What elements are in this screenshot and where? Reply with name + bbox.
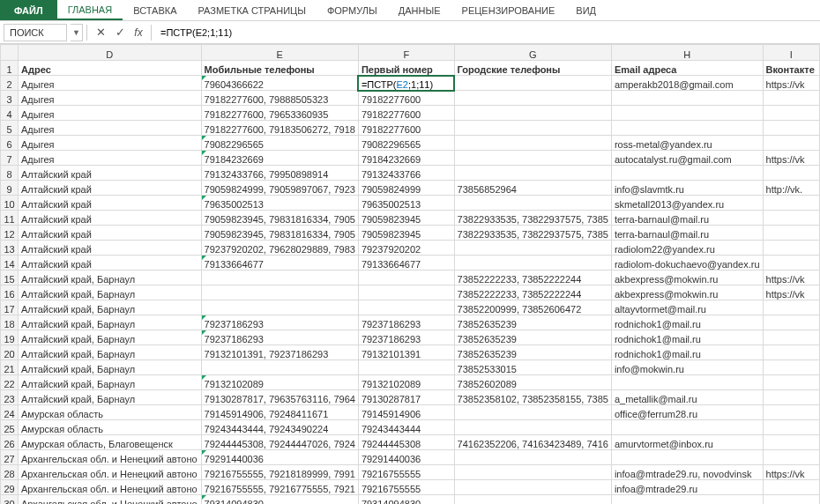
tab-pagelayout[interactable]: РАЗМЕТКА СТРАНИЦЫ xyxy=(187,0,316,20)
cell[interactable] xyxy=(454,465,611,480)
cell[interactable]: Алтайский край xyxy=(19,256,202,271)
cell[interactable] xyxy=(611,166,763,181)
cell[interactable] xyxy=(763,91,819,106)
cell[interactable]: 79216755555 xyxy=(358,465,454,480)
cell[interactable] xyxy=(201,360,358,375)
row-header[interactable]: 10 xyxy=(1,196,19,211)
row-header[interactable]: 12 xyxy=(1,226,19,241)
cancel-formula-button[interactable]: ✕ xyxy=(91,24,110,41)
cell[interactable]: 79182277600, 79653360935 xyxy=(201,106,358,121)
cell[interactable]: 79635002513 xyxy=(201,196,358,211)
row-header[interactable]: 24 xyxy=(1,405,19,420)
cell[interactable]: Вконтакте xyxy=(763,61,819,76)
cell[interactable]: 79059824999, 79059897067, 7923 xyxy=(201,181,358,196)
cell[interactable]: terra-barnaul@mail.ru xyxy=(611,211,763,226)
cell[interactable] xyxy=(763,315,819,330)
cell[interactable]: Алтайский край xyxy=(19,226,202,241)
cell[interactable]: 79082296565 xyxy=(358,136,454,151)
row-header[interactable]: 8 xyxy=(1,166,19,181)
cell[interactable]: Городские телефоны xyxy=(454,61,611,76)
tab-file[interactable]: ФАЙЛ xyxy=(0,0,57,20)
row-header[interactable]: 27 xyxy=(1,450,19,465)
cell[interactable] xyxy=(763,256,819,271)
cell[interactable]: infoa@mtrade29.ru, novodvinsk xyxy=(611,465,763,480)
cell[interactable]: Мобильные телефоны xyxy=(201,61,358,76)
cell[interactable] xyxy=(763,211,819,226)
cell[interactable] xyxy=(454,495,611,505)
active-cell[interactable]: =ПСТР(E2;1;11) xyxy=(358,76,454,91)
cell[interactable] xyxy=(454,166,611,181)
cell[interactable] xyxy=(611,106,763,121)
cell[interactable]: amurvtormet@inbox.ru xyxy=(611,435,763,450)
cell[interactable]: 79244445308 xyxy=(358,435,454,450)
cell[interactable] xyxy=(763,480,819,495)
cell[interactable]: 79243443444 xyxy=(358,420,454,435)
cell[interactable] xyxy=(454,405,611,420)
cell[interactable]: 79182277600, 79183506272, 7918 xyxy=(201,121,358,136)
cell[interactable]: 79237186293 xyxy=(201,315,358,330)
cell[interactable]: 79237920202 xyxy=(358,241,454,256)
cell[interactable]: 73852533015 xyxy=(454,360,611,375)
cell[interactable] xyxy=(611,121,763,136)
cell[interactable]: 73852200999, 73852606472 xyxy=(454,300,611,315)
cell[interactable]: skmetall2013@yandex.ru xyxy=(611,196,763,211)
cell[interactable]: a_metallik@mail.ru xyxy=(611,390,763,405)
row-header[interactable]: 15 xyxy=(1,271,19,285)
tab-view[interactable]: ВИД xyxy=(565,0,607,20)
cell[interactable]: 73852635239 xyxy=(454,330,611,345)
cell[interactable]: rodnichok1@mail.ru xyxy=(611,315,763,330)
cell[interactable] xyxy=(454,106,611,121)
cell[interactable]: radiolom-dokuchaevo@yandex.ru xyxy=(611,256,763,271)
cell[interactable]: 73852602089 xyxy=(454,375,611,390)
cell[interactable]: 79132101391, 79237186293 xyxy=(201,345,358,360)
cell[interactable]: https://vk xyxy=(763,76,819,91)
row-header[interactable]: 29 xyxy=(1,480,19,495)
cell[interactable] xyxy=(454,121,611,136)
cell[interactable]: 79237186293 xyxy=(358,330,454,345)
cell[interactable]: Адыгея xyxy=(19,136,202,151)
cell[interactable] xyxy=(763,360,819,375)
cell[interactable] xyxy=(454,76,611,91)
cell[interactable] xyxy=(454,420,611,435)
row-header[interactable]: 3 xyxy=(1,91,19,106)
cell[interactable]: 79132433766 xyxy=(358,166,454,181)
row-header[interactable]: 30 xyxy=(1,495,19,505)
cell[interactable]: 79059824999 xyxy=(358,181,454,196)
cell[interactable]: https://vk xyxy=(763,285,819,300)
cell[interactable]: Адыгея xyxy=(19,151,202,166)
cell[interactable]: 79604366622 xyxy=(201,76,358,91)
cell[interactable] xyxy=(763,166,819,181)
cell[interactable] xyxy=(454,256,611,271)
cell[interactable]: 79314094830 xyxy=(201,495,358,505)
cell[interactable]: Адыгея xyxy=(19,106,202,121)
cell[interactable]: autocatalyst.ru@gmail.com xyxy=(611,151,763,166)
cell[interactable]: Алтайский край xyxy=(19,181,202,196)
cell[interactable]: 79291440036 xyxy=(201,450,358,465)
cell[interactable]: 79132433766, 79950898914 xyxy=(201,166,358,181)
cell[interactable] xyxy=(763,375,819,390)
cell[interactable] xyxy=(611,91,763,106)
cell[interactable]: akbexpress@mokwin.ru xyxy=(611,285,763,300)
cell[interactable]: 79237186293 xyxy=(201,330,358,345)
row-header[interactable]: 19 xyxy=(1,330,19,345)
cell[interactable]: Алтайский край xyxy=(19,196,202,211)
cell[interactable]: ross-metal@yandex.ru xyxy=(611,136,763,151)
cell[interactable] xyxy=(763,121,819,136)
row-header[interactable]: 5 xyxy=(1,121,19,136)
cell[interactable] xyxy=(454,151,611,166)
cell[interactable]: 79145914906 xyxy=(358,405,454,420)
cell[interactable]: https://vk xyxy=(763,151,819,166)
cell[interactable] xyxy=(763,300,819,315)
tab-formulas[interactable]: ФОРМУЛЫ xyxy=(317,0,388,20)
cell[interactable]: 79244445308, 79244447026, 7924 xyxy=(201,435,358,450)
name-box-dropdown[interactable]: ▼ xyxy=(71,24,83,41)
cell[interactable]: 79216755555, 79216775555, 7921 xyxy=(201,480,358,495)
cell[interactable] xyxy=(763,345,819,360)
cell[interactable] xyxy=(454,91,611,106)
cell[interactable]: 79082296565 xyxy=(201,136,358,151)
cell[interactable]: Email адреса xyxy=(611,61,763,76)
cell[interactable]: terra-barnaul@mail.ru xyxy=(611,226,763,241)
cell[interactable] xyxy=(358,360,454,375)
col-header-E[interactable]: E xyxy=(201,45,358,61)
cell[interactable] xyxy=(611,495,763,505)
